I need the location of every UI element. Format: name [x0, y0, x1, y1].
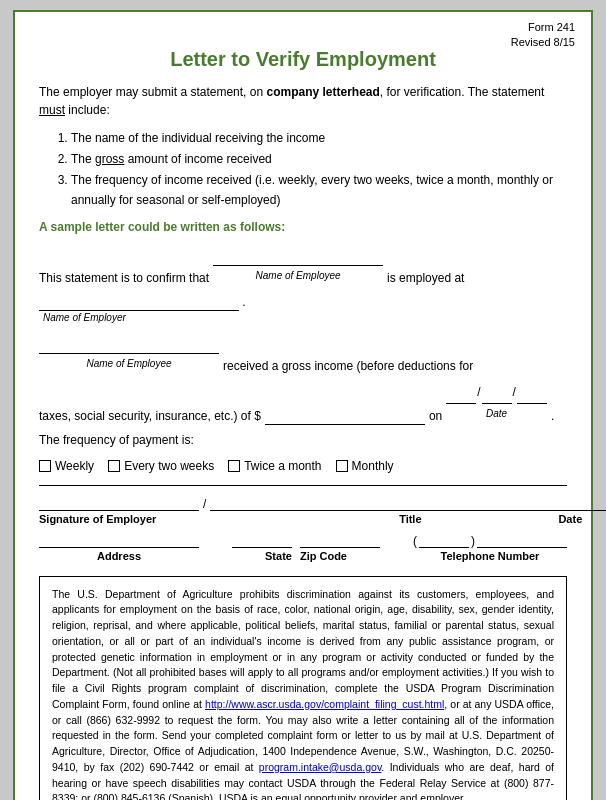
- signature-row: / Signature of Employer Title Date: [39, 496, 567, 525]
- sample-header: A sample letter could be written as foll…: [39, 220, 567, 234]
- date-field: / / Date: [446, 381, 547, 425]
- disclaimer-link[interactable]: http://www.ascr.usda.gov/complaint_filin…: [205, 698, 444, 710]
- checkbox-every-two-weeks[interactable]: Every two weeks: [108, 459, 214, 473]
- address-line: [39, 533, 199, 548]
- title-line: [330, 496, 490, 511]
- state-label: State: [265, 550, 292, 562]
- checkbox-monthly-box[interactable]: [336, 460, 348, 472]
- divider-1: [39, 485, 567, 486]
- frequency-section: The frequency of payment is:: [39, 431, 567, 449]
- phone-number-line: [477, 533, 567, 548]
- taxes-line: taxes, social security, insurance, etc.)…: [39, 381, 567, 425]
- checkbox-every-two-weeks-box[interactable]: [108, 460, 120, 472]
- form-id: Form 241 Revised 8/15: [511, 20, 575, 51]
- employee-received-section: Name of Employee received a gross income…: [39, 331, 567, 375]
- disclaimer-text-1: The U.S. Department of Agriculture prohi…: [52, 588, 554, 710]
- list-item-2: The gross amount of income received: [71, 150, 567, 169]
- list-item-1: The name of the individual receiving the…: [71, 129, 567, 148]
- sig-employer-col: / Signature of Employer: [39, 496, 330, 525]
- address-section: Address State Zip Code ( ): [39, 533, 567, 562]
- checkbox-monthly[interactable]: Monthly: [336, 459, 394, 473]
- state-zip-col: State Zip Code: [232, 533, 380, 562]
- signature-section: / Signature of Employer Title Date: [39, 496, 567, 525]
- date-slash-line: [210, 496, 330, 511]
- title-label: Title: [399, 513, 421, 525]
- address-label: Address: [97, 550, 141, 562]
- form-page: Form 241 Revised 8/15 Letter to Verify E…: [13, 10, 593, 800]
- employer-name-section: . Name of Employer: [39, 293, 567, 323]
- date-label: Date: [558, 513, 582, 525]
- signature-line: [39, 496, 199, 511]
- checkbox-twice-month[interactable]: Twice a month: [228, 459, 321, 473]
- date-col: Date: [490, 496, 606, 525]
- must-underline: must: [39, 103, 65, 117]
- checkbox-weekly-box[interactable]: [39, 460, 51, 472]
- address-col: Address: [39, 533, 199, 562]
- zip-label: Zip Code: [300, 550, 347, 562]
- gross-underline: gross: [95, 152, 124, 166]
- list-item-3: The frequency of income received (i.e. w…: [71, 171, 567, 209]
- checkbox-twice-month-box[interactable]: [228, 460, 240, 472]
- employee-name-field-1: Name of Employee: [213, 244, 383, 288]
- employee-name-field-2: Name of Employee: [39, 331, 219, 375]
- intro-paragraph: The employer may submit a statement, on …: [39, 83, 567, 119]
- letterhead-bold: company letterhead: [266, 85, 379, 99]
- date-sig-line: [490, 496, 606, 511]
- state-line: [232, 533, 292, 548]
- page-title: Letter to Verify Employment: [39, 48, 567, 71]
- signature-label: Signature of Employer: [39, 513, 330, 525]
- phone-label: Telephone Number: [441, 550, 540, 562]
- disclaimer-email[interactable]: program.intake@usda.gov: [259, 761, 382, 773]
- frequency-checkboxes: Weekly Every two weeks Twice a month Mon…: [39, 459, 567, 473]
- phone-area-line: [419, 533, 469, 548]
- statement-line-1: This statement is to confirm that Name o…: [39, 244, 567, 288]
- checkbox-weekly[interactable]: Weekly: [39, 459, 94, 473]
- zip-line: [300, 533, 380, 548]
- requirements-list: The name of the individual receiving the…: [71, 129, 567, 210]
- title-col: Title: [330, 496, 490, 525]
- disclaimer-box: The U.S. Department of Agriculture prohi…: [39, 576, 567, 800]
- phone-col: ( ) Telephone Number: [413, 533, 567, 562]
